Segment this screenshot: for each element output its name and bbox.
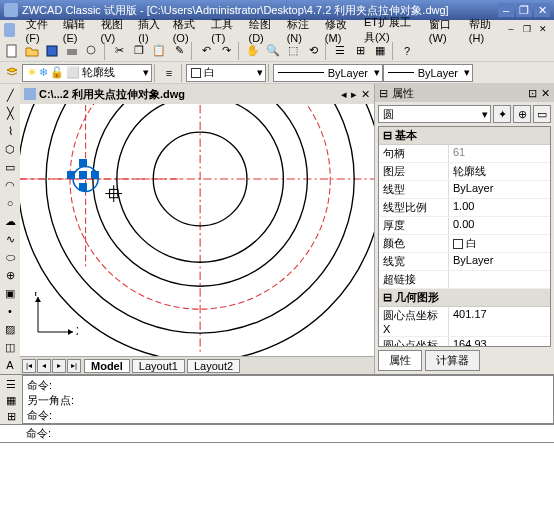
preview-icon[interactable] <box>83 42 101 60</box>
undo-icon[interactable]: ↶ <box>197 42 215 60</box>
region-icon[interactable]: ◫ <box>1 339 19 355</box>
circle-icon[interactable]: ○ <box>1 195 19 211</box>
pan-icon[interactable]: ✋ <box>244 42 262 60</box>
zoom-win-icon[interactable]: ⬚ <box>284 42 302 60</box>
doc-close-button[interactable]: ✕ <box>536 24 550 36</box>
proptab-properties[interactable]: 属性 <box>378 350 422 371</box>
color-combo[interactable]: 白 <box>186 64 266 82</box>
cmd-tool2-icon[interactable]: ▦ <box>2 393 20 407</box>
prop-color[interactable]: 白 <box>449 235 550 252</box>
designcenter-icon[interactable]: ⊞ <box>351 42 369 60</box>
toolpalettes-icon[interactable]: ▦ <box>371 42 389 60</box>
rect-icon[interactable]: ▭ <box>1 159 19 175</box>
prop-linetype[interactable]: ByLayer <box>449 181 550 198</box>
paste-icon[interactable]: 📋 <box>150 42 168 60</box>
prop-pin-icon[interactable]: ⊟ <box>379 87 388 100</box>
doc-tab-close-icon[interactable]: ✕ <box>361 88 370 101</box>
prop-pin2-icon[interactable]: ⊡ <box>528 87 537 100</box>
tab-prev-icon[interactable]: ◂ <box>37 359 51 373</box>
doc-minimize-button[interactable]: – <box>504 24 518 36</box>
menu-draw[interactable]: 绘图(D) <box>244 17 282 44</box>
grip-top[interactable] <box>79 159 87 167</box>
menu-view[interactable]: 视图(V) <box>96 17 134 44</box>
redo-icon[interactable]: ↷ <box>217 42 235 60</box>
prop-select-icon[interactable]: ▭ <box>533 105 551 123</box>
menu-window[interactable]: 窗口(W) <box>424 17 464 44</box>
grip-left[interactable] <box>67 171 75 179</box>
tab-model[interactable]: Model <box>84 359 130 373</box>
zoom-icon[interactable]: 🔍 <box>264 42 282 60</box>
copy-icon[interactable]: ❐ <box>130 42 148 60</box>
proptab-calculator[interactable]: 计算器 <box>425 350 480 371</box>
properties-icon[interactable]: ☰ <box>331 42 349 60</box>
open-icon[interactable] <box>23 42 41 60</box>
linetype-combo[interactable]: ByLayer <box>273 64 383 82</box>
arc-icon[interactable]: ◠ <box>1 177 19 193</box>
tab-layout1[interactable]: Layout1 <box>132 359 185 373</box>
doc-tab-left-icon[interactable]: ◂ <box>341 88 347 101</box>
spline-icon[interactable]: ∿ <box>1 231 19 247</box>
xline-icon[interactable]: ╳ <box>1 105 19 121</box>
minimize-button[interactable]: – <box>498 3 514 17</box>
prop-hyperlink[interactable] <box>449 271 550 288</box>
block-icon[interactable]: ▣ <box>1 285 19 301</box>
prop-layer[interactable]: 轮廓线 <box>449 163 550 180</box>
prop-lineweight[interactable]: ByLayer <box>449 253 550 270</box>
prop-center-x[interactable]: 401.17 <box>449 307 550 336</box>
line-icon[interactable]: ╱ <box>1 87 19 103</box>
tab-last-icon[interactable]: ▸| <box>67 359 81 373</box>
insert-icon[interactable]: ⊕ <box>1 267 19 283</box>
menu-tools[interactable]: 工具(T) <box>206 17 243 44</box>
grip-bottom[interactable] <box>79 183 87 191</box>
drawing-canvas[interactable]: XY <box>20 104 374 356</box>
close-button[interactable]: ✕ <box>534 3 550 17</box>
cut-icon[interactable]: ✂ <box>110 42 128 60</box>
menu-insert[interactable]: 插入(I) <box>133 17 167 44</box>
layer-prev-icon[interactable]: ≡ <box>160 64 178 82</box>
prop-selection-combo[interactable]: 圆 <box>378 105 491 123</box>
grip-center[interactable] <box>79 171 87 179</box>
menu-ext[interactable]: ET扩展工具(X) <box>359 15 424 45</box>
menu-help[interactable]: 帮助(H) <box>464 17 502 44</box>
menu-file[interactable]: 文件(F) <box>21 17 58 44</box>
print-icon[interactable] <box>63 42 81 60</box>
prop-quicksel-icon[interactable]: ✦ <box>493 105 511 123</box>
layer-combo[interactable]: ☀❄🔓⬜ 轮廓线 <box>22 64 152 82</box>
tab-next-icon[interactable]: ▸ <box>52 359 66 373</box>
prop-close-icon[interactable]: ✕ <box>541 87 550 100</box>
prop-thickness[interactable]: 0.00 <box>449 217 550 234</box>
zoom-prev-icon[interactable]: ⟲ <box>304 42 322 60</box>
ellipse-icon[interactable]: ⬭ <box>1 249 19 265</box>
menu-modify[interactable]: 修改(M) <box>320 17 359 44</box>
menu-format[interactable]: 格式(O) <box>168 17 207 44</box>
lineweight-combo[interactable]: ByLayer <box>383 64 473 82</box>
prop-pickadd-icon[interactable]: ⊕ <box>513 105 531 123</box>
polygon-icon[interactable]: ⬡ <box>1 141 19 157</box>
tab-layout2[interactable]: Layout2 <box>187 359 240 373</box>
prop-ltscale[interactable]: 1.00 <box>449 199 550 216</box>
point-icon[interactable]: • <box>1 303 19 319</box>
command-prompt: 命令: <box>22 426 55 441</box>
save-icon[interactable] <box>43 42 61 60</box>
grip-right[interactable] <box>91 171 99 179</box>
hatch-icon[interactable]: ▨ <box>1 321 19 337</box>
command-input[interactable] <box>55 426 554 442</box>
prop-center-y[interactable]: 164.93 <box>449 337 550 347</box>
revcloud-icon[interactable]: ☁ <box>1 213 19 229</box>
command-log[interactable]: 命令: 另一角点: 命令: 另一角点: <box>22 375 554 424</box>
cmd-tool1-icon[interactable]: ☰ <box>2 377 20 391</box>
doc-tab-right-icon[interactable]: ▸ <box>351 88 357 101</box>
help-icon[interactable]: ? <box>398 42 416 60</box>
cmd-tool3-icon[interactable]: ⊞ <box>2 410 20 424</box>
new-icon[interactable] <box>3 42 21 60</box>
doc-restore-button[interactable]: ❐ <box>520 24 534 36</box>
tab-first-icon[interactable]: |◂ <box>22 359 36 373</box>
properties-grid[interactable]: ⊟ 基本 句柄61 图层轮廓线 线型ByLayer 线型比例1.00 厚度0.0… <box>378 126 551 347</box>
menu-dim[interactable]: 标注(N) <box>282 17 320 44</box>
layer-manager-icon[interactable] <box>3 64 21 82</box>
maximize-button[interactable]: ❐ <box>516 3 532 17</box>
pline-icon[interactable]: ⌇ <box>1 123 19 139</box>
text-icon[interactable]: A <box>1 357 19 373</box>
match-icon[interactable]: ✎ <box>170 42 188 60</box>
menu-edit[interactable]: 编辑(E) <box>58 17 96 44</box>
